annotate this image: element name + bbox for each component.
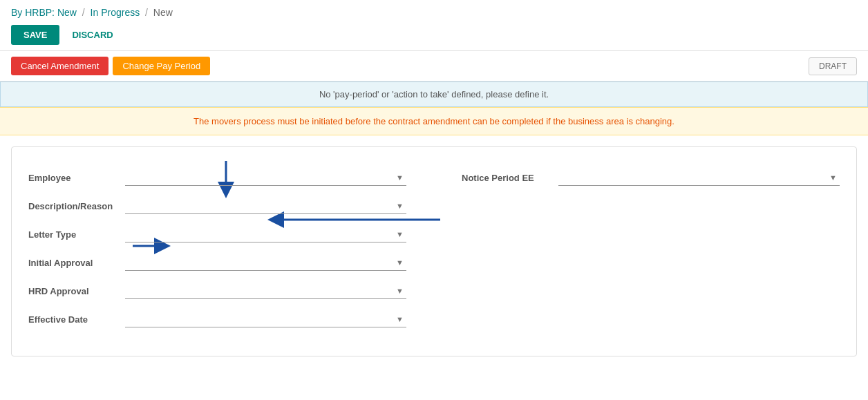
employee-select-wrapper[interactable]: ▼ — [125, 169, 406, 186]
breadcrumb-sep2: / — [145, 7, 148, 18]
effective-date-select[interactable] — [125, 311, 406, 327]
description-field-row: Description/Reason ▼ — [28, 192, 406, 220]
effective-date-label: Effective Date — [28, 314, 125, 325]
toolbar-left: Cancel Amendment Change Pay Period — [11, 57, 210, 75]
description-label: Description/Reason — [28, 201, 125, 211]
notice-period-select-wrapper[interactable]: ▼ — [558, 169, 840, 186]
employee-select[interactable] — [125, 169, 406, 185]
hrd-approval-label: HRD Approval — [28, 286, 125, 296]
notice-period-label: Notice Period EE — [462, 173, 558, 183]
hrd-approval-select[interactable] — [125, 283, 406, 298]
save-button[interactable]: SAVE — [11, 25, 59, 45]
breadcrumb-sep1: / — [82, 7, 85, 18]
effective-date-select-wrapper[interactable]: ▼ — [125, 311, 406, 327]
change-pay-period-button[interactable]: Change Pay Period — [113, 57, 210, 75]
initial-approval-field-row: Initial Approval ▼ — [28, 249, 406, 277]
letter-type-select[interactable] — [125, 226, 406, 242]
toolbar-row: Cancel Amendment Change Pay Period DRAFT — [0, 51, 868, 82]
breadcrumb-part2[interactable]: In Progress — [91, 7, 140, 18]
action-row: SAVE DISCARD — [11, 21, 857, 50]
initial-approval-label: Initial Approval — [28, 258, 125, 268]
discard-button[interactable]: DISCARD — [65, 25, 120, 45]
initial-approval-select-wrapper[interactable]: ▼ — [125, 254, 406, 271]
employee-field-row: Employee ▼ — [28, 164, 406, 192]
breadcrumb: By HRBP: New / In Progress / New — [11, 0, 857, 21]
letter-type-select-wrapper[interactable]: ▼ — [125, 226, 406, 242]
form-right: Notice Period EE ▼ — [462, 164, 840, 334]
form-grid: Employee ▼ Description/Reason ▼ — [28, 164, 840, 334]
info-bar-blue: No 'pay-period' or 'action to take' defi… — [0, 82, 868, 107]
notice-period-field-row: Notice Period EE ▼ — [462, 164, 840, 192]
hrd-approval-select-wrapper[interactable]: ▼ — [125, 283, 406, 299]
initial-approval-select[interactable] — [125, 254, 406, 270]
form-left: Employee ▼ Description/Reason ▼ — [28, 164, 406, 334]
cancel-amendment-button[interactable]: Cancel Amendment — [11, 57, 108, 75]
letter-type-label: Letter Type — [28, 229, 125, 240]
form-container: Employee ▼ Description/Reason ▼ — [11, 146, 857, 356]
effective-date-field-row: Effective Date ▼ — [28, 305, 406, 334]
breadcrumb-part3: New — [153, 7, 173, 18]
hrd-approval-field-row: HRD Approval ▼ — [28, 277, 406, 305]
info-bar-orange: The movers process must be initiated bef… — [0, 107, 868, 135]
notice-period-select[interactable] — [558, 169, 840, 185]
employee-label: Employee — [28, 173, 125, 183]
status-badge: DRAFT — [809, 57, 857, 75]
letter-type-field-row: Letter Type ▼ — [28, 220, 406, 249]
description-select[interactable] — [125, 198, 406, 213]
breadcrumb-part1[interactable]: By HRBP: New — [11, 7, 77, 18]
description-select-wrapper[interactable]: ▼ — [125, 198, 406, 214]
